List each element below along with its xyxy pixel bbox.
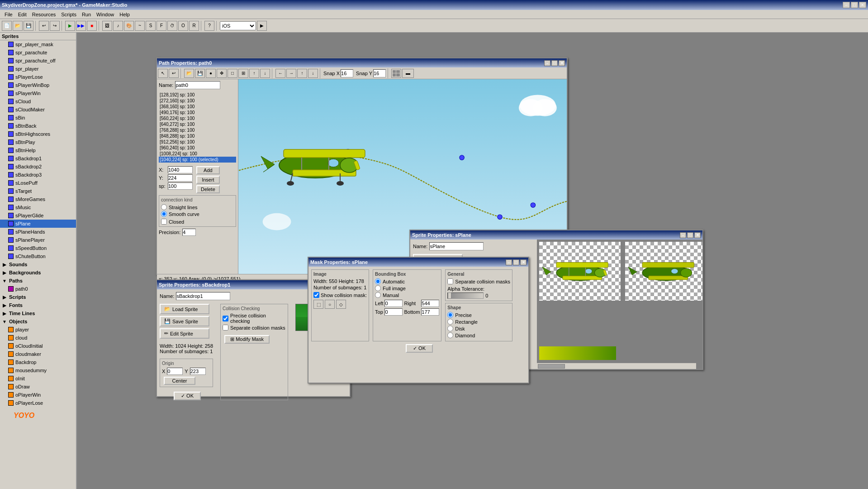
maximize-btn[interactable]: □ — [851, 2, 858, 8]
tree-item-sPlayerGlide[interactable]: sPlayerGlide — [0, 211, 76, 220]
undo-btn[interactable]: ↩ — [39, 21, 49, 31]
precision-input[interactable] — [182, 229, 196, 236]
path-tool-save[interactable]: 💾 — [195, 69, 205, 78]
precise-checkbox[interactable] — [223, 316, 228, 321]
menu-run[interactable]: Run — [79, 11, 94, 18]
path-tool-select2[interactable]: □ — [228, 69, 237, 78]
mask-ok-btn[interactable]: ✓ OK — [406, 344, 433, 353]
menu-help[interactable]: Help — [117, 11, 133, 18]
platform-select[interactable]: iOS Android Windows — [220, 21, 256, 30]
modify-mask-btn[interactable]: ⊞ Modify Mask — [224, 335, 270, 344]
snap-y-input[interactable]: 16 — [373, 69, 386, 77]
tree-item-sPlane[interactable]: sPlane — [0, 220, 76, 228]
point-item-5[interactable]: [640,272] sp: 100 — [159, 121, 236, 127]
point-item-1[interactable]: [272,160] sp: 100 — [159, 98, 236, 104]
menu-resources[interactable]: Resources — [29, 11, 59, 18]
sprite-backdrop-name-input[interactable] — [176, 292, 230, 300]
mask-icon-1[interactable]: ⬚ — [313, 300, 323, 309]
tree-item-Backdrop[interactable]: Backdrop — [0, 358, 76, 366]
point-item-4[interactable]: [560,224] sp: 100 — [159, 115, 236, 121]
grid-toggle-btn[interactable] — [391, 69, 401, 78]
tree-item-sBackdrop1[interactable]: sBackdrop1 — [0, 154, 76, 163]
path-tool-up2[interactable]: ↑ — [297, 69, 307, 78]
path-tool-node[interactable]: ● — [206, 69, 216, 78]
left-input[interactable] — [384, 300, 403, 307]
help-toolbar-btn[interactable]: ? — [204, 21, 214, 31]
shape-precise-radio[interactable] — [447, 312, 453, 318]
platform-run-btn[interactable]: ▶ — [257, 21, 267, 31]
mask-window-title[interactable]: Mask Properties: sPlane – □ ✕ — [308, 258, 528, 267]
path-window-buttons[interactable]: – □ ✕ — [544, 60, 565, 66]
tree-item-path0[interactable]: path0 — [0, 285, 76, 293]
origin-x-input[interactable] — [167, 368, 183, 375]
tree-item-spr-player-mask[interactable]: spr_player_mask — [0, 40, 76, 48]
tree-item-sBackdrop3[interactable]: sBackdrop3 — [0, 171, 76, 179]
point-item-7[interactable]: [848,288] sp: 100 — [159, 133, 236, 139]
path-tool-right[interactable]: → — [286, 69, 296, 78]
sprite-backdrop-ok-btn[interactable]: ✓ OK — [174, 392, 201, 400]
tree-item-sBtnPlay[interactable]: sBtnPlay — [0, 138, 76, 146]
scripts-category[interactable]: ▶ Scripts — [0, 293, 76, 301]
right-input[interactable] — [421, 300, 439, 307]
tree-item-cloud[interactable]: cloud — [0, 334, 76, 342]
mask-window-buttons[interactable]: – □ ✕ — [506, 259, 526, 265]
sound-btn[interactable]: ♪ — [113, 21, 123, 31]
insert-btn[interactable]: Insert — [196, 176, 220, 184]
sp-input[interactable] — [168, 182, 193, 190]
point-item-11[interactable]: [1040,224] sp: 100 (selected) — [159, 157, 236, 163]
path-maximize-btn[interactable]: □ — [551, 60, 558, 66]
shape-diamond-radio[interactable] — [447, 332, 453, 338]
tree-item-spr-player[interactable]: spr_player — [0, 65, 76, 73]
tree-item-sSpeedButton[interactable]: sSpeedButton — [0, 244, 76, 252]
tree-item-oCloudInitial[interactable]: oCloudInitial — [0, 342, 76, 350]
path-tool-something[interactable]: ⊞ — [238, 69, 248, 78]
x-input[interactable] — [168, 166, 193, 173]
point-item-9[interactable]: [960,240] sp: 100 — [159, 145, 236, 151]
tree-item-sMusic[interactable]: sMusic — [0, 203, 76, 211]
timelines-category[interactable]: ▶ Time Lines — [0, 309, 76, 317]
path-close-btn[interactable]: ✕ — [559, 60, 565, 66]
point-item-6[interactable]: [768,288] sp: 100 — [159, 127, 236, 133]
tree-item-cloudmaker[interactable]: cloudmaker — [0, 350, 76, 358]
close-btn[interactable]: ✕ — [859, 2, 866, 8]
resource-btn[interactable]: 🖼 — [102, 21, 112, 31]
delete-btn[interactable]: Delete — [196, 185, 220, 193]
path-tool-up[interactable]: ↑ — [249, 69, 259, 78]
tree-item-mousedummy[interactable]: mousedummy — [0, 366, 76, 374]
mask-close-btn[interactable]: ✕ — [520, 259, 526, 265]
tree-item-sPlanePlayer[interactable]: sPlanePlayer — [0, 236, 76, 244]
path-tool-move[interactable]: ✥ — [217, 69, 227, 78]
edit-sprite-btn[interactable]: ✏ Edit Sprite — [160, 328, 209, 339]
menu-window[interactable]: Window — [94, 11, 117, 18]
path-window-title[interactable]: Path Properties: path0 – □ ✕ — [157, 58, 567, 67]
sprite-plane-close-btn[interactable]: ✕ — [694, 232, 701, 238]
tree-item-sPlaneHands[interactable]: sPlaneHands — [0, 228, 76, 236]
tree-item-sChuteButton[interactable]: sChuteButton — [0, 252, 76, 260]
minimize-btn[interactable]: – — [843, 2, 850, 8]
room-btn[interactable]: R — [189, 21, 199, 31]
new-btn[interactable]: 📄 — [2, 21, 12, 31]
tree-item-sBtnHighscores[interactable]: sBtnHighscores — [0, 130, 76, 138]
tree-item-spr-parachute-off[interactable]: spr_parachute_off — [0, 57, 76, 65]
tree-item-sMoreGames[interactable]: sMoreGames — [0, 195, 76, 203]
tree-item-sPlayerWin[interactable]: sPlayerWin — [0, 89, 76, 97]
object-btn[interactable]: O — [178, 21, 188, 31]
bottom-input[interactable] — [421, 308, 439, 316]
point-item-0[interactable]: [128,192] sp: 100 — [159, 92, 236, 98]
bb-full-radio[interactable] — [375, 285, 381, 291]
tree-item-sPlayerWinBop[interactable]: sPlayerWinBop — [0, 81, 76, 89]
alpha-slider[interactable] — [447, 292, 484, 299]
play-btn[interactable]: ▶ — [65, 21, 75, 31]
tree-item-oPlayerWin[interactable]: oPlayerWin — [0, 391, 76, 399]
point-item-10[interactable]: [1008,224] sp: 100 — [159, 151, 236, 157]
path-tool-down[interactable]: ↓ — [260, 69, 270, 78]
script-btn[interactable]: S — [146, 21, 156, 31]
mask-icon-2[interactable]: ○ — [325, 300, 335, 309]
menu-edit[interactable]: Edit — [15, 11, 29, 18]
straight-radio[interactable] — [161, 204, 167, 210]
point-item-2[interactable]: [368,160] sp: 100 — [159, 104, 236, 110]
tree-item-spr-parachute[interactable]: spr_parachute — [0, 48, 76, 57]
path-btn[interactable]: ~ — [135, 21, 145, 31]
separate-masks-checkbox-gen[interactable] — [447, 278, 453, 284]
point-item-3[interactable]: [490,176] sp: 100 — [159, 110, 236, 115]
